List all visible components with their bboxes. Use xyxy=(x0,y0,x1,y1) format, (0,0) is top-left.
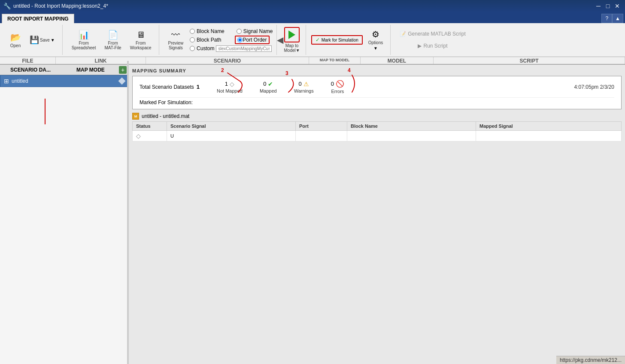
open-button[interactable]: 📂 Open xyxy=(6,30,25,50)
data-file-header: M untitled - untitled.mat xyxy=(132,113,622,120)
matfile-icon: 📄 xyxy=(108,30,118,40)
resize-handle[interactable] xyxy=(127,61,129,364)
timestamp-display: 4:07:05pm 2/3/20 xyxy=(574,84,614,90)
scenario-item-untitled[interactable]: ⊞ untitled xyxy=(0,75,128,87)
script-icon: 📝 xyxy=(400,31,406,37)
section-labels-bar: FILE LINK SCENARIOSCENARIO MAP TO MODEL … xyxy=(0,57,625,65)
scenario-section: 〰 PreviewSignals Block Name Signal Name … xyxy=(161,25,277,55)
block-path-radio[interactable] xyxy=(190,37,195,42)
port-order-radio[interactable] xyxy=(237,37,243,42)
diamond-icon xyxy=(118,78,126,85)
add-scenario-button[interactable]: + xyxy=(119,66,127,74)
block-name-cell xyxy=(347,131,476,141)
errors-stat: 0 🚫 Errors xyxy=(331,80,344,94)
column-headers: SCENARIO DA... MAP MODE xyxy=(2,67,105,73)
block-path-option: Block Path Port Order xyxy=(190,36,273,44)
run-icon: ▶ xyxy=(418,43,422,49)
close-button[interactable]: ✕ xyxy=(613,2,622,10)
link-section: 📊 FromSpreadsheet 📄 FromMAT-File 🖥 FromW… xyxy=(64,25,159,55)
block-name-radio[interactable] xyxy=(190,29,195,34)
data-table: Status Scenario Signal Port Block Name M… xyxy=(132,121,622,141)
maximize-button[interactable]: □ xyxy=(604,2,612,10)
custom-option: Custom xyxy=(190,45,273,52)
expand-button[interactable]: ▲ xyxy=(612,14,623,23)
port-cell xyxy=(296,131,347,141)
scenario-label: SCENARIOSCENARIO xyxy=(146,57,309,64)
mapped-icon: ✔ xyxy=(268,81,273,87)
status-column-header: Status xyxy=(133,122,167,131)
left-panel-header: SCENARIO DA... MAP MODE + xyxy=(0,65,128,75)
minimize-button[interactable]: ─ xyxy=(594,2,603,10)
marked-for-simulation-row: Marked For Simulation: xyxy=(140,97,614,105)
from-spreadsheet-button[interactable]: 📊 FromSpreadsheet xyxy=(68,27,100,52)
status-cell: ◇ xyxy=(133,131,167,141)
mark-for-simulation-button[interactable]: ✓ Mark for Simulation xyxy=(311,35,363,45)
preview-signals-button[interactable]: 〰 PreviewSignals xyxy=(164,25,188,55)
main-content: SCENARIO DA... MAP MODE + ⊞ untitled MAP… xyxy=(0,65,625,364)
file-section: 📂 Open 💾 Save ▼ xyxy=(3,25,63,55)
open-icon: 📂 xyxy=(10,32,21,42)
block-name-column-header: Block Name xyxy=(347,122,476,131)
mapped-signal-cell xyxy=(476,131,622,141)
save-dropdown-arrow: ▼ xyxy=(51,38,55,42)
from-matfile-button[interactable]: 📄 FromMAT-File xyxy=(100,27,125,52)
right-panel: MAPPING SUMMARY Total Scenario Datasets … xyxy=(129,65,625,364)
file-label: FILE xyxy=(0,57,56,64)
error-icon: 🚫 xyxy=(336,80,344,88)
mapping-summary-title: MAPPING SUMMARY xyxy=(132,68,622,73)
scenario-signal-column-header: Scenario Signal xyxy=(167,122,296,131)
help-button[interactable]: ? xyxy=(601,14,612,23)
spreadsheet-icon: 📊 xyxy=(79,30,89,40)
script-section: 📝 Generate MATLAB Script ▶ Run Script xyxy=(392,25,473,55)
status-bar: https://pkg.cdnme/mk212... xyxy=(556,356,625,364)
generate-script-button[interactable]: 📝 Generate MATLAB Script xyxy=(396,29,470,39)
save-icon: 💾 xyxy=(30,35,39,45)
not-mapped-icon: ◇ xyxy=(230,81,234,87)
from-workspace-button[interactable]: 🖥 FromWorkspace xyxy=(126,28,155,52)
custom-radio[interactable] xyxy=(190,46,195,51)
model-section: ✓ Mark for Simulation ⚙ Options ▼ xyxy=(308,25,391,55)
scenario-signal-cell: U xyxy=(167,131,296,141)
mapping-options: Block Name Signal Name Block Path Port O… xyxy=(190,28,273,52)
gear-icon: ⚙ xyxy=(372,29,379,39)
table-icon: ⊞ xyxy=(4,78,9,84)
map-to-model-label: MAP TO MODEL xyxy=(309,57,361,64)
run-script-button[interactable]: ▶ Run Script xyxy=(396,41,470,51)
warning-icon: ⚠ xyxy=(303,81,309,87)
mapped-signal-column-header: Mapped Signal xyxy=(476,122,622,131)
total-datasets: Total Scenario Datasets 1 xyxy=(140,84,200,90)
options-button[interactable]: ⚙ Options ▼ xyxy=(364,27,387,53)
mapping-summary-box: Total Scenario Datasets 1 1 ◇ Not Mapped… xyxy=(132,76,622,109)
window-title: untitled - Root Inport Mapping:lesson2_4… xyxy=(13,3,108,9)
map-play-button[interactable] xyxy=(284,27,300,42)
model-label: MODEL xyxy=(361,57,434,64)
left-panel: SCENARIO DA... MAP MODE + ⊞ untitled xyxy=(0,65,129,364)
mark-check-icon: ✓ xyxy=(316,37,320,43)
summary-stats-row: Total Scenario Datasets 1 1 ◇ Not Mapped… xyxy=(140,80,614,94)
port-order-box: Port Order xyxy=(235,36,269,44)
preview-icon: 〰 xyxy=(171,30,180,40)
play-triangle-icon xyxy=(288,30,295,39)
root-inport-mapping-tab[interactable]: ROOT INPORT MAPPING xyxy=(2,14,74,23)
map-to-model-button[interactable]: Map toModel▼ xyxy=(280,25,304,55)
signal-name-radio[interactable] xyxy=(237,29,242,34)
custom-mapping-input[interactable] xyxy=(216,45,272,52)
mapped-stat: 0 ✔ Mapped xyxy=(260,81,277,93)
mat-file-icon: M xyxy=(132,113,139,120)
block-name-option: Block Name Signal Name xyxy=(190,28,273,34)
table-header-row: Status Scenario Signal Port Block Name M… xyxy=(133,122,622,131)
port-column-header: Port xyxy=(296,122,347,131)
map-to-model-section: ◀ Map toModel▼ xyxy=(279,25,306,55)
script-label: SCRIPT xyxy=(434,57,625,64)
link-label: LINK xyxy=(56,57,146,64)
tab-bar: ROOT INPORT MAPPING ? ▲ xyxy=(0,12,625,23)
left-arrow-icon: ◀ xyxy=(277,35,283,45)
not-mapped-stat: 1 ◇ Not Mapped xyxy=(217,81,243,93)
table-row[interactable]: ◇ U xyxy=(133,131,622,141)
options-dropdown-arrow: ▼ xyxy=(373,46,378,51)
app-icon: 🔧 xyxy=(3,3,11,9)
save-button[interactable]: 💾 Save ▼ xyxy=(26,33,59,47)
toolbar: 📂 Open 💾 Save ▼ 📊 FromSpreadsheet 📄 From… xyxy=(0,23,625,57)
title-bar: 🔧 untitled - Root Inport Mapping:lesson2… xyxy=(0,0,625,12)
warnings-stat: 0 ⚠ Warnings xyxy=(294,81,314,93)
